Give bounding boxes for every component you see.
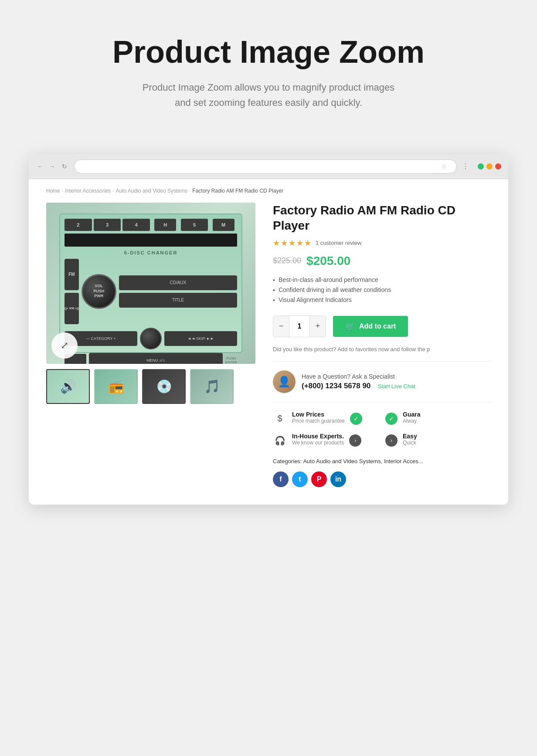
breadcrumb-category[interactable]: Auto Audio and Video Systems (116, 188, 187, 194)
address-bar[interactable]: ☆ (74, 159, 457, 173)
rating-row: ★★★★★ 1 customer review (273, 238, 491, 248)
categories-label: Categories: (273, 458, 302, 464)
breadcrumb-current: Factory Radio AM FM Radio CD Player (192, 188, 283, 194)
specialist-row: 👤 Have a Question? Ask a Specialist (+80… (273, 370, 491, 402)
pinterest-share-button[interactable]: P (311, 471, 327, 487)
perk-low-prices-desc: Price match guarantee (292, 418, 345, 424)
product-thumbnails: 🔊 📻 💿 🎵 (46, 369, 255, 404)
traffic-light-green (478, 163, 484, 170)
bookmark-icon: ☆ (441, 163, 447, 170)
specialist-question: Have a Question? Ask a Specialist (302, 373, 415, 380)
perk-experts: 🎧 In-House Experts. We know our products… (273, 433, 378, 447)
preset-btn-4: H (154, 219, 176, 231)
product-images: 2 3 4 H (46, 203, 255, 404)
main-image-wrapper: 2 3 4 H (46, 203, 255, 364)
quantity-increase-button[interactable]: + (310, 316, 326, 337)
disc-changer-label: 6-DISC CHANGER (60, 250, 241, 255)
browser-chrome: ← → ↻ ☆ ⋮ (29, 154, 508, 179)
quantity-value: 1 (289, 316, 310, 337)
review-count[interactable]: 1 customer review (316, 240, 361, 246)
perk-guarantee: ✓ Guara Alway (385, 411, 491, 426)
quantity-decrease-button[interactable]: − (273, 316, 289, 337)
preset-btn-2: 3 (94, 219, 121, 231)
perk-low-prices: $ Low Prices Price match guarantee ✓ (273, 411, 378, 426)
product-layout: 2 3 4 H (46, 203, 491, 487)
perk-low-prices-title: Low Prices (292, 411, 345, 418)
arrow-icon-2: › (385, 434, 398, 447)
cdaux-button: CD/AUX (119, 275, 237, 290)
main-product-image: 2 3 4 H (46, 203, 255, 364)
browser-menu-icon[interactable]: ⋮ (462, 162, 469, 170)
volume-knob: VOL PUSH PWR (82, 274, 116, 309)
menu-button: MENU ♪/♫ (89, 353, 223, 364)
perk-experts-text: In-House Experts. We know our products (292, 433, 344, 446)
radio-bottom-controls: — CATEGORY + ◄◄ SKIP ►► (60, 324, 241, 351)
thumbnail-2[interactable]: 📻 (94, 369, 138, 404)
linkedin-share-button[interactable]: in (330, 471, 346, 487)
dollar-icon: $ (273, 412, 287, 426)
specialist-avatar: 👤 (273, 370, 296, 393)
twitter-share-button[interactable]: t (292, 471, 308, 487)
feature-2: Confident driving in all weather conditi… (273, 285, 491, 295)
preset-btn-5: 5 (181, 219, 208, 231)
expand-button[interactable]: ⤢ (51, 332, 78, 359)
browser-mockup: ← → ↻ ☆ ⋮ Home › Interior Accessories › … (29, 154, 508, 505)
add-to-cart-button[interactable]: 🛒 Add to cart (333, 316, 408, 337)
breadcrumb-sep-1: › (62, 188, 63, 193)
perk-easy-title: Easy (403, 433, 417, 440)
perk-experts-desc: We know our products (292, 440, 344, 446)
perk-guarantee-text: Guara Alway (403, 411, 420, 424)
breadcrumb: Home › Interior Accessories › Auto Audio… (46, 188, 491, 194)
cart-row: − 1 + 🛒 Add to cart (273, 315, 491, 337)
features-list: Best-in-class all-around performance Con… (273, 275, 491, 305)
facebook-share-button[interactable]: f (273, 471, 289, 487)
social-share-row: f t P in (273, 471, 491, 487)
star-rating: ★★★★★ (273, 238, 312, 248)
radio-right-buttons: CD/AUX TITLE (119, 275, 237, 308)
categories-values[interactable]: Auto Audio and Video Systems, Interior A… (303, 458, 423, 464)
feature-3: Visual Alignment Indicators (273, 295, 491, 305)
specialist-phone: (+800) 1234 5678 90 (302, 382, 370, 390)
radio-main-controls: FM ((• XM •)) VOL PUSH PWR (60, 259, 241, 324)
quantity-control: − 1 + (273, 315, 326, 337)
thumbnail-4[interactable]: 🎵 (190, 369, 234, 404)
thumbnail-1[interactable]: 🔊 (46, 369, 90, 404)
headset-icon: 🎧 (273, 434, 287, 447)
forward-button[interactable]: → (48, 162, 57, 171)
categories-row: Categories: Auto Audio and Video Systems… (273, 458, 491, 464)
preset-buttons-row: 2 3 4 H (60, 214, 241, 234)
perks-grid: $ Low Prices Price match guarantee ✓ ✓ G… (273, 411, 491, 447)
cart-icon: 🛒 (345, 322, 355, 331)
thumbnail-2-image: 📻 (95, 370, 137, 403)
favorites-text: Did you like this product? Add to favori… (273, 346, 491, 362)
thumbnail-3[interactable]: 💿 (142, 369, 186, 404)
thumbnail-4-image: 🎵 (191, 370, 233, 403)
traffic-light-yellow (486, 163, 493, 170)
traffic-lights (478, 163, 501, 170)
breadcrumb-home[interactable]: Home (46, 188, 60, 194)
secondary-knob (140, 328, 162, 349)
perk-guarantee-title: Guara (403, 411, 420, 418)
browser-nav: ← → ↻ (36, 162, 69, 171)
perk-easy-desc: Quick (403, 440, 417, 446)
sale-price: $205.00 (306, 254, 350, 268)
traffic-light-red (495, 163, 501, 170)
perk-low-prices-text: Low Prices Price match guarantee (292, 411, 345, 424)
checkmark-icon-2: ✓ (385, 413, 398, 425)
breadcrumb-sep-2: › (112, 188, 114, 193)
perk-easy-text: Easy Quick (403, 433, 417, 446)
back-button[interactable]: ← (36, 162, 44, 171)
breadcrumb-interior[interactable]: Interior Accessories (65, 188, 111, 194)
add-to-cart-label: Add to cart (359, 322, 396, 330)
preset-btn-1: 2 (65, 219, 92, 231)
live-chat-link[interactable]: Start Live Chat (378, 383, 415, 390)
product-title: Factory Radio AM FM Radio CD Player (273, 203, 491, 233)
skip-button: ◄◄ SKIP ►► (164, 331, 237, 346)
thumbnail-1-image: 🔊 (47, 370, 89, 403)
fm-button: FM (65, 259, 79, 290)
xm-button: ((• XM •)) (65, 293, 79, 324)
price-row: $225.00 $205.00 (273, 254, 491, 268)
reload-button[interactable]: ↻ (60, 162, 69, 171)
checkmark-icon-1: ✓ (350, 413, 362, 425)
product-page: Home › Interior Accessories › Auto Audio… (29, 179, 508, 505)
